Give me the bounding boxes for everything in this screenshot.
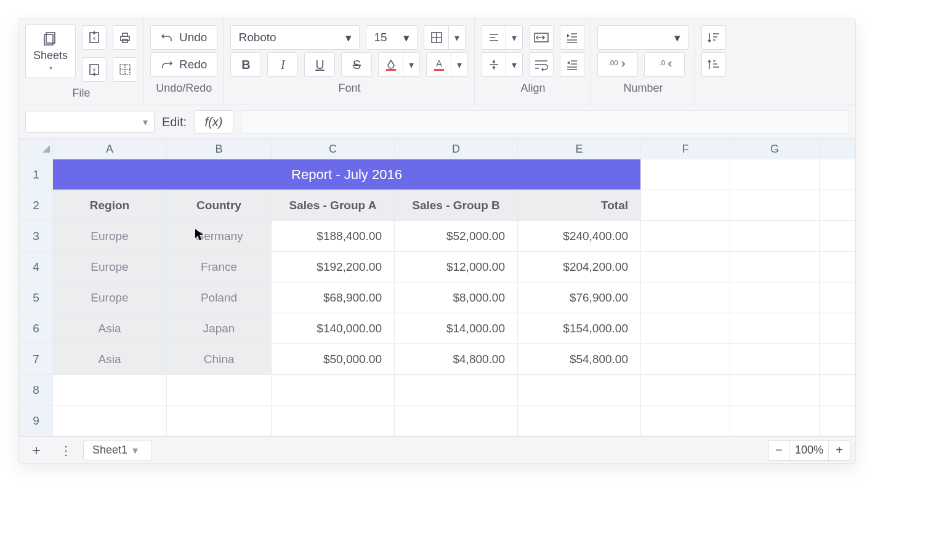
cell[interactable] (641, 252, 730, 282)
sheet-menu-button[interactable]: ⋮ (54, 438, 78, 463)
col-header[interactable]: G (730, 140, 820, 159)
merge-cells-button[interactable] (529, 25, 554, 50)
row-header[interactable]: 8 (20, 375, 53, 406)
bold-button[interactable]: B (230, 52, 261, 77)
cell[interactable]: Japan (167, 313, 272, 344)
cell[interactable] (820, 375, 855, 406)
row-header[interactable]: 3 (20, 221, 53, 252)
import-excel-button[interactable]: x (82, 25, 107, 50)
cell[interactable]: $140,000.00 (272, 313, 395, 344)
cell[interactable] (395, 375, 518, 406)
cell[interactable] (730, 252, 820, 282)
formula-input[interactable] (241, 110, 849, 134)
cell[interactable]: Total (518, 190, 641, 221)
row-header[interactable]: 7 (20, 344, 53, 375)
cell[interactable] (730, 406, 820, 436)
cell[interactable]: Asia (53, 344, 167, 375)
zoom-out-button[interactable]: − (769, 441, 789, 460)
number-format-select[interactable]: ▾ (597, 25, 688, 50)
cell[interactable] (820, 344, 855, 375)
col-header[interactable] (820, 140, 855, 159)
zoom-value[interactable]: 100% (789, 441, 829, 460)
undo-button[interactable]: Undo (150, 25, 217, 50)
strikethrough-button[interactable]: S (341, 52, 372, 77)
cell[interactable]: $12,000.00 (395, 252, 518, 282)
indent-decrease-button[interactable] (560, 52, 584, 77)
cell[interactable] (730, 190, 820, 221)
cell[interactable]: China (167, 344, 272, 375)
underline-button[interactable]: U (304, 52, 335, 77)
h-align-button[interactable]: ▾ (481, 25, 523, 50)
italic-button[interactable]: I (267, 52, 298, 77)
sheet-tab[interactable]: Sheet1 ▾ (83, 441, 152, 460)
fx-button[interactable]: f(x) (194, 110, 233, 134)
cell[interactable] (820, 406, 855, 436)
col-header[interactable]: D (395, 140, 518, 159)
cell[interactable]: Europe (53, 282, 167, 313)
cell[interactable] (820, 190, 855, 221)
cell[interactable]: Country (167, 190, 272, 221)
select-all-corner[interactable] (20, 140, 53, 159)
cell[interactable] (272, 406, 395, 436)
row-header[interactable]: 2 (20, 190, 53, 221)
cell[interactable]: $76,900.00 (518, 282, 641, 313)
cell[interactable]: Report - July 2016 (53, 159, 641, 190)
cell[interactable]: Germany (167, 221, 272, 252)
cell[interactable]: Sales - Group B (395, 190, 518, 221)
row-header[interactable]: 5 (20, 282, 53, 313)
col-header[interactable]: C (272, 140, 395, 159)
cell[interactable] (730, 375, 820, 406)
sheets-menu-button[interactable]: Sheets ▾ (25, 24, 76, 78)
col-header[interactable]: B (167, 140, 272, 159)
cell[interactable]: Asia (53, 313, 167, 344)
cell[interactable]: $54,800.00 (518, 344, 641, 375)
cell[interactable]: Poland (167, 282, 272, 313)
chevron-down-icon[interactable]: ▾ (506, 52, 523, 77)
cell[interactable] (820, 221, 855, 252)
row-header[interactable]: 4 (20, 252, 53, 282)
cell[interactable] (167, 406, 272, 436)
redo-button[interactable]: Redo (150, 52, 217, 77)
cell[interactable] (641, 282, 730, 313)
font-size-select[interactable]: 15 ▾ (366, 25, 418, 50)
chevron-down-icon[interactable]: ▾ (448, 25, 466, 50)
cell[interactable] (730, 313, 820, 344)
col-header[interactable]: F (641, 140, 730, 159)
cell[interactable] (730, 159, 820, 190)
chevron-down-icon[interactable]: ▾ (506, 25, 523, 50)
cell[interactable] (820, 282, 855, 313)
cell[interactable] (641, 375, 730, 406)
cell[interactable] (820, 252, 855, 282)
cell[interactable] (641, 190, 730, 221)
print-button[interactable] (113, 25, 137, 50)
add-sheet-button[interactable]: + (24, 438, 49, 463)
cell[interactable]: Europe (53, 221, 167, 252)
cell[interactable]: $192,200.00 (272, 252, 395, 282)
cell[interactable] (641, 221, 730, 252)
col-header[interactable]: E (518, 140, 641, 159)
cell[interactable] (272, 375, 395, 406)
col-header[interactable]: A (53, 140, 167, 159)
cell[interactable]: $50,000.00 (272, 344, 395, 375)
spreadsheet-grid[interactable]: A B C D E F G 1 Report - July 2016 2 Reg… (19, 139, 855, 436)
cell[interactable]: $188,400.00 (272, 221, 395, 252)
cell[interactable] (167, 375, 272, 406)
cell[interactable] (53, 406, 167, 436)
fill-color-button[interactable]: ▾ (378, 52, 420, 77)
chevron-down-icon[interactable]: ▾ (451, 52, 468, 77)
cell[interactable]: $52,000.00 (395, 221, 518, 252)
row-header[interactable]: 1 (20, 159, 53, 190)
row-header[interactable]: 6 (20, 313, 53, 344)
cell[interactable] (395, 406, 518, 436)
zoom-in-button[interactable]: + (829, 441, 850, 460)
cell[interactable]: $154,000.00 (518, 313, 641, 344)
decrease-decimal-button[interactable]: .0 (644, 52, 685, 77)
borders-grid-button[interactable] (113, 57, 137, 82)
cell[interactable] (518, 375, 641, 406)
cell[interactable]: Sales - Group A (272, 190, 395, 221)
font-color-button[interactable]: A ▾ (426, 52, 468, 77)
cell[interactable] (641, 406, 730, 436)
cell[interactable]: Europe (53, 252, 167, 282)
indent-increase-button[interactable] (560, 25, 584, 50)
wrap-text-button[interactable] (529, 52, 554, 77)
